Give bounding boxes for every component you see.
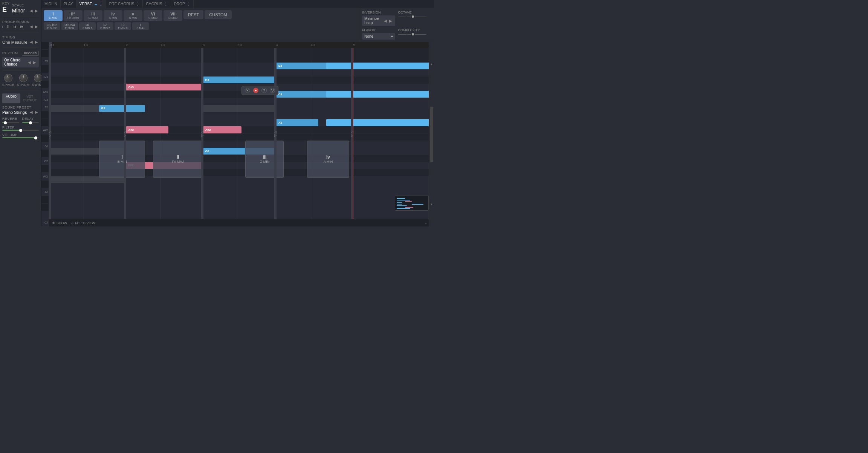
scale-label: SCALE: [12, 3, 39, 7]
preset-next-button[interactable]: ▶: [34, 110, 39, 115]
chorus-label: CHORUS: [146, 2, 162, 6]
left-panel: KEY E SCALE Minor ◀ ▶ PROGRESSION i – II…: [0, 0, 41, 226]
verse-more-icon[interactable]: ⋮: [99, 2, 103, 6]
rhythm-prev-button[interactable]: ◀: [27, 60, 32, 65]
section-mid-arrow-3[interactable]: ◁▷: [274, 48, 277, 219]
note-As2-pink-2[interactable]: A#2: [203, 126, 241, 133]
chord-VII-button[interactable]: VII D MAJ: [164, 10, 182, 21]
drop-more-icon[interactable]: ⋮: [186, 2, 190, 6]
chord-i-button[interactable]: i E MIN: [44, 10, 63, 21]
chord-VI-button[interactable]: VI C MAJ: [144, 10, 162, 21]
chorus-section[interactable]: CHORUS ⋮: [143, 0, 171, 8]
chord-ii-button[interactable]: ii° F# DIM5: [64, 10, 83, 21]
chord-sus2-roman: ♭SUS2: [47, 23, 57, 27]
scroll-down-button[interactable]: ▼: [430, 203, 433, 206]
flavor-dropdown-icon[interactable]: ▾: [391, 34, 393, 38]
grid-lines: [49, 48, 434, 219]
chord-iv-button[interactable]: iv A MIN: [104, 10, 122, 21]
note-B2-label: B2: [100, 107, 105, 110]
section-mid-arrow-2[interactable]: ◁▷: [201, 48, 203, 219]
record-button[interactable]: RECORD: [22, 51, 39, 56]
ruler-mark-4-3: 4.3: [311, 43, 315, 47]
inversion-prev-button[interactable]: ◀: [383, 18, 388, 23]
play-section[interactable]: PLAY: [61, 0, 76, 8]
chord-block-iii[interactable]: iii G MIN: [245, 141, 284, 178]
note-A2-blue[interactable]: A2: [276, 119, 318, 126]
show-button[interactable]: 👁 SHOW: [52, 221, 67, 225]
chord-sus4-button[interactable]: ♭SUS4 E SUS4: [61, 22, 78, 30]
chord-block-II[interactable]: II F# MAJ: [153, 141, 203, 178]
chord-6-button[interactable]: ♭6 E MIN 6: [79, 22, 96, 30]
scroll-up-button[interactable]: ▲: [430, 63, 433, 66]
midi-in-section[interactable]: MIDI IN: [41, 0, 61, 8]
ruler-start: ◁: [49, 42, 52, 48]
chord-v-button[interactable]: v B MIN: [124, 10, 142, 21]
popup-record-icon[interactable]: ●: [253, 88, 258, 93]
rest-button[interactable]: REST: [183, 10, 203, 19]
strum-knob[interactable]: [18, 73, 28, 83]
note-E3-far-right[interactable]: [353, 63, 434, 69]
progression-value: i – II – iii – iv: [2, 24, 23, 29]
section-mid-arrow-1[interactable]: ◁▷: [124, 48, 126, 219]
verse-section[interactable]: VERSE ☁ ⋮: [76, 0, 106, 8]
scale-prev-button[interactable]: ◀: [29, 8, 34, 13]
popup-help-icon[interactable]: ?: [261, 88, 267, 93]
delay-group: DELAY: [22, 117, 39, 123]
chord-maj-button[interactable]: I E MAJ: [132, 22, 149, 30]
scroll-arrows: ▲ ▼: [429, 42, 434, 226]
note-C3-far-right[interactable]: [353, 91, 434, 98]
prechorus-section[interactable]: PRE CHORUS ⋮: [106, 0, 143, 8]
drop-section[interactable]: DROP ⋮: [171, 0, 194, 8]
top-bar: MIDI IN PLAY VERSE ☁ ⋮ PRE CHORUS ⋮ CHOR…: [41, 0, 434, 8]
progression-next-button[interactable]: ▶: [34, 24, 39, 29]
chord-iv-roll-text: A MIN: [324, 160, 333, 164]
custom-button[interactable]: CUSTOM: [205, 10, 231, 19]
popup-close-icon[interactable]: ✕: [245, 88, 250, 93]
ruler-mark-3-3: 3.3: [238, 43, 242, 47]
space-knob[interactable]: [3, 73, 14, 83]
timing-prev-button[interactable]: ◀: [29, 40, 34, 44]
piano-roll-grid[interactable]: E3 D3 C3 B2 A2: [49, 48, 434, 219]
ruler-mark-5: 5: [353, 43, 355, 47]
rhythm-value-row: On Chord Change ◀ ▶: [2, 57, 39, 67]
chord-sus2-button[interactable]: ♭SUS2 E SUS2: [44, 22, 60, 30]
fit-to-view-button[interactable]: ⊹ FIT TO VIEW: [71, 221, 95, 225]
prechorus-label: PRE CHORUS: [109, 2, 134, 6]
preset-prev-button[interactable]: ◀: [29, 110, 34, 115]
scroll-thumb[interactable]: [430, 107, 433, 162]
chord-block-iv[interactable]: iv A MIN: [307, 141, 349, 178]
filter-slider[interactable]: [2, 130, 39, 131]
note-As2-pink-1[interactable]: A#2: [126, 126, 168, 133]
chorus-more-icon[interactable]: ⋮: [164, 2, 168, 6]
chord-9-button[interactable]: ♭9 E MIN 9: [115, 22, 131, 30]
delay-slider[interactable]: [22, 122, 39, 123]
timing-next-button[interactable]: ▶: [34, 40, 39, 44]
divider5: [2, 90, 39, 90]
note-Cs3-pink[interactable]: C#3: [126, 84, 203, 90]
chord-III-button[interactable]: III G MAJ: [84, 10, 102, 21]
inversion-next-button[interactable]: ▶: [388, 18, 393, 23]
chord-v-roman: v: [132, 12, 134, 16]
scale-next-button[interactable]: ▶: [34, 8, 39, 13]
reverb-slider[interactable]: [2, 122, 19, 123]
popup-filter-icon[interactable]: ⋁: [270, 88, 275, 93]
note-A2-far-right[interactable]: [353, 119, 434, 126]
chord-7-button[interactable]: ♭7 E MIN 7: [97, 22, 113, 30]
prechorus-more-icon[interactable]: ⋮: [136, 2, 139, 6]
volume-slider[interactable]: [2, 137, 39, 138]
chord-III-name: G MAJ: [89, 16, 98, 20]
ruler-mark-1-3: 1.3: [84, 43, 88, 47]
section-start-arrow[interactable]: ◁▷: [49, 48, 51, 219]
vst-tab[interactable]: VST OUTPUT: [21, 93, 39, 103]
note-E3-label: E3: [277, 64, 282, 67]
chord-block-I[interactable]: I E MIN: [99, 141, 145, 178]
note-B2-blue[interactable]: B2: [99, 105, 145, 112]
verse-cloud-icon[interactable]: ☁: [94, 2, 98, 6]
progression-prev-button[interactable]: ◀: [29, 24, 34, 29]
audio-tab[interactable]: AUDIO: [2, 93, 20, 103]
zoom-out-button[interactable]: −: [425, 221, 426, 225]
rhythm-next-button[interactable]: ▶: [32, 60, 37, 65]
octave-line-mid: [407, 17, 411, 17]
chord-ii-roman: ii°: [71, 12, 75, 16]
note-D3-blue[interactable]: D3: [203, 77, 276, 83]
